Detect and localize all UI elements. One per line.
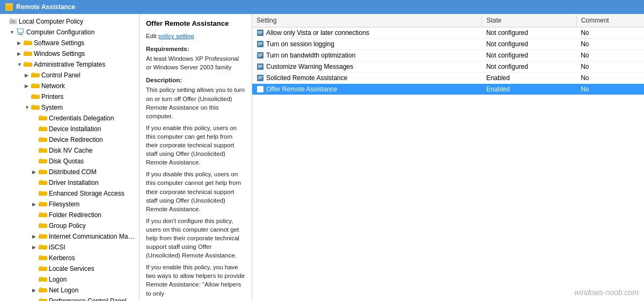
sidebar-label-control-panel: Control Panel <box>41 71 80 79</box>
svg-rect-20 <box>24 63 32 67</box>
table-row-solicited-remote-assistance[interactable]: Solicited Remote AssistanceEnabledNo <box>252 73 644 84</box>
expand-arrow-windows-settings[interactable]: ▶ <box>17 51 24 56</box>
svg-rect-65 <box>39 224 47 228</box>
sidebar-item-printers[interactable]: Printers <box>0 91 139 102</box>
settings-table: SettingStateComment Allow only Vista or … <box>252 14 644 95</box>
sidebar-label-device-redirection: Device Redirection <box>49 136 103 144</box>
svg-rect-38 <box>39 127 47 131</box>
sidebar-item-internet-comm-mgmt[interactable]: ▶Internet Communication Manageme <box>0 231 139 242</box>
cell-comment-turn-on-session-logging: No <box>576 39 644 50</box>
expand-arrow-computer-configuration[interactable]: ▼ <box>10 30 16 35</box>
svg-rect-2 <box>5 6 13 10</box>
svg-rect-108 <box>258 44 262 44</box>
description-para-4: If you enable this policy, you have two … <box>146 263 245 297</box>
sidebar-item-device-redirection[interactable]: Device Redirection <box>0 134 139 145</box>
svg-rect-8 <box>18 29 23 32</box>
sidebar-item-computer-configuration[interactable]: ▼Computer Configuration <box>0 27 139 38</box>
middle-panel: Offer Remote Assistance Edit policy sett… <box>140 14 252 301</box>
sidebar-item-locale-services[interactable]: Locale Services <box>0 263 139 274</box>
svg-rect-44 <box>39 149 47 153</box>
sidebar-item-admin-templates[interactable]: ▼Administrative Templates <box>0 59 139 70</box>
sidebar-item-net-logon[interactable]: ▶Net Logon <box>0 285 139 296</box>
description-para-1: If you enable this policy, users on this… <box>146 124 245 167</box>
svg-rect-35 <box>39 117 47 120</box>
right-panel: SettingStateComment Allow only Vista or … <box>252 14 644 301</box>
svg-rect-119 <box>258 76 262 77</box>
svg-rect-32 <box>31 106 40 110</box>
cell-comment-allow-only-vista: No <box>576 27 644 39</box>
col-header-state[interactable]: State <box>482 14 576 27</box>
folder-icon-locale-services <box>39 264 47 273</box>
table-row-turn-on-session-logging[interactable]: Turn on session loggingNot configuredNo <box>252 39 644 50</box>
svg-rect-125 <box>258 90 261 90</box>
sidebar-label-admin-templates: Administrative Templates <box>34 61 105 68</box>
folder-icon-credentials-delegation <box>39 114 47 123</box>
col-header-comment[interactable]: Comment <box>576 14 644 27</box>
sidebar-item-folder-redirection[interactable]: Folder Redirection <box>0 210 139 220</box>
sidebar-item-kerberos[interactable]: Kerberos <box>0 253 139 263</box>
expand-arrow-system[interactable]: ▼ <box>25 105 31 110</box>
sidebar-item-disk-nv-cache[interactable]: Disk NV Cache <box>0 145 139 156</box>
table-row-allow-only-vista[interactable]: Allow only Vista or later connectionsNot… <box>252 27 644 39</box>
folder-icon-disk-quotas <box>39 157 47 166</box>
expand-arrow-admin-templates[interactable]: ▼ <box>17 62 24 67</box>
sidebar-item-disk-quotas[interactable]: Disk Quotas <box>0 156 139 167</box>
policy-link[interactable]: policy setting <box>158 33 194 39</box>
sidebar-item-local-computer-policy[interactable]: Local Computer Policy <box>0 16 139 27</box>
setting-icon-allow-only-vista <box>257 29 264 37</box>
table-row-turn-on-bandwidth[interactable]: Turn on bandwidth optimizationNot config… <box>252 50 644 61</box>
svg-rect-124 <box>258 89 262 89</box>
cell-comment-offer-remote-assistance: No <box>576 84 644 95</box>
svg-rect-117 <box>258 67 261 68</box>
expand-arrow-net-logon[interactable]: ▶ <box>32 288 39 293</box>
expand-arrow-control-panel[interactable]: ▶ <box>25 73 31 78</box>
setting-text-offer-remote-assistance: Offer Remote Assistance <box>266 85 338 93</box>
folder-icon-control-panel <box>31 71 40 80</box>
sidebar-tree[interactable]: Local Computer Policy▼Computer Configura… <box>0 14 140 301</box>
sidebar-item-logon[interactable]: Logon <box>0 274 139 285</box>
sidebar-item-filesystem[interactable]: ▶Filesystem <box>0 199 139 210</box>
sidebar-item-system[interactable]: ▼System <box>0 102 139 113</box>
sidebar-item-performance-control-panel[interactable]: Performance Control Panel <box>0 296 139 301</box>
sidebar-item-windows-settings[interactable]: ▶Windows Settings <box>0 48 139 59</box>
expand-arrow-internet-comm-mgmt[interactable]: ▶ <box>32 234 39 239</box>
setting-text-allow-only-vista: Allow only Vista or later connections <box>266 29 369 37</box>
sidebar-item-software-settings[interactable]: ▶Software Settings <box>0 38 139 48</box>
sidebar-item-driver-installation[interactable]: Driver Installation <box>0 177 139 188</box>
folder-icon-device-redirection <box>39 135 47 144</box>
folder-icon-software-settings <box>24 39 32 47</box>
folder-icon-logon <box>39 275 47 284</box>
svg-rect-68 <box>39 235 47 239</box>
svg-rect-17 <box>24 52 32 56</box>
svg-rect-50 <box>39 170 47 174</box>
col-header-setting[interactable]: Setting <box>252 14 482 27</box>
sidebar-item-credentials-delegation[interactable]: Credentials Delegation <box>0 113 139 124</box>
expand-arrow-iscsi[interactable]: ▶ <box>32 245 39 250</box>
setting-icon-offer-remote-assistance <box>257 85 264 93</box>
table-row-customize-warning[interactable]: Customize Warning MessagesNot configured… <box>252 61 644 73</box>
table-row-offer-remote-assistance[interactable]: Offer Remote AssistanceEnabledNo <box>252 84 644 95</box>
sidebar-item-device-installation[interactable]: Device Installation <box>0 124 139 134</box>
sidebar-item-network[interactable]: ▶Network <box>0 81 139 91</box>
sidebar-item-group-policy[interactable]: Group Policy <box>0 220 139 231</box>
setting-icon-customize-warning <box>257 63 264 70</box>
main-layout: Local Computer Policy▼Computer Configura… <box>0 14 644 301</box>
cell-state-turn-on-bandwidth: Not configured <box>482 50 576 61</box>
expand-arrow-network[interactable]: ▶ <box>25 83 31 89</box>
svg-rect-23 <box>31 74 40 77</box>
setting-icon-turn-on-session-logging <box>257 40 264 48</box>
sidebar-item-control-panel[interactable]: ▶Control Panel <box>0 70 139 81</box>
sidebar-item-enhanced-storage-access[interactable]: Enhanced Storage Access <box>0 188 139 199</box>
folder-icon-printers <box>31 92 40 101</box>
sidebar-item-distributed-com[interactable]: ▶Distributed COM <box>0 167 139 177</box>
sidebar-label-driver-installation: Driver Installation <box>49 179 99 187</box>
svg-rect-47 <box>39 160 47 163</box>
expand-arrow-distributed-com[interactable]: ▶ <box>32 169 39 175</box>
svg-rect-59 <box>39 203 47 206</box>
expand-arrow-filesystem[interactable]: ▶ <box>32 202 39 207</box>
sidebar-item-iscsi[interactable]: ▶iSCSI <box>0 242 139 253</box>
expand-arrow-software-settings[interactable]: ▶ <box>17 40 24 46</box>
sidebar-label-windows-settings: Windows Settings <box>34 50 85 58</box>
svg-rect-10 <box>18 34 23 35</box>
svg-rect-62 <box>39 213 47 217</box>
